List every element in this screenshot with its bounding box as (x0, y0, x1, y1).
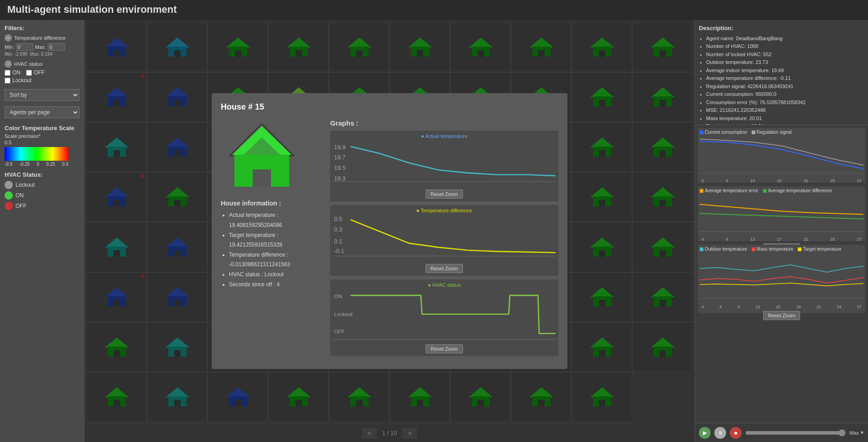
hvac-status-filter-label: HVAC status (14, 61, 42, 67)
description-item: Current consumption: 992000.0 (706, 90, 864, 98)
description-item: MSE: 2116241.220352486 (706, 106, 864, 114)
svg-text:0.5: 0.5 (334, 216, 343, 222)
play-button[interactable]: ▶ (699, 427, 711, 439)
lockout-label: Lockout (12, 77, 31, 84)
svg-text:OFF: OFF (334, 329, 345, 334)
svg-text:19.5: 19.5 (334, 165, 346, 172)
modal-title: House # 15 (221, 102, 558, 112)
hvac-chart-svg: ON Lockout OFF (333, 289, 556, 342)
modal: House # 15 (212, 93, 567, 368)
temp-error-legend: Average temperature error Average temper… (700, 188, 863, 193)
description-item: Outdoor temperature: 23.73 (706, 58, 864, 66)
hvac-status-legend-title: HVAC Status: (5, 171, 79, 178)
house-info: House information : Actual temperature :… (221, 200, 321, 289)
modal-chart-hvac-label: ● HVAC status (333, 282, 556, 288)
graphs-title: Graphs : (330, 119, 558, 127)
modal-chart2-reset-btn[interactable]: Reset Zoom (426, 264, 463, 273)
on-status-label: ON (16, 192, 24, 199)
remove-hvac-filter-btn[interactable]: − (5, 60, 12, 68)
svg-text:0.3: 0.3 (334, 226, 343, 233)
consumption-legend: Current consumption Regulation signal (700, 130, 863, 135)
lockout-status-label: Lockout (16, 182, 35, 188)
svg-text:0.1: 0.1 (334, 238, 343, 245)
agents-per-page-dropdown[interactable]: Agents per page (5, 106, 79, 118)
hvac-on-checkbox[interactable] (5, 70, 10, 76)
svg-text:ON: ON (334, 294, 342, 299)
modal-overlay[interactable]: House # 15 (84, 20, 695, 442)
lockout-checkbox[interactable] (5, 78, 10, 84)
x-axis-outdoor: 469121518212427 (700, 305, 863, 309)
description-item: Number of HVAC: 1000 (706, 42, 864, 50)
min-label: Min: (5, 44, 14, 50)
consumption-svg (700, 136, 863, 177)
modal-chart-temp-label: ● Actual temperature (333, 133, 556, 139)
temp-chart-svg: 19.9 19.7 19.5 19.3 (333, 141, 556, 188)
playback-bar: ▶ ⏸ ■ Max ▼ (695, 423, 868, 442)
lockout-circle (5, 181, 13, 189)
off-circle (5, 202, 13, 210)
on-circle (5, 191, 13, 200)
color-scale-labels: -0.5-0.2500.250.5 (5, 162, 68, 167)
svg-text:-0.1: -0.1 (334, 248, 344, 255)
svg-text:19.9: 19.9 (334, 144, 346, 151)
outdoor-chart: Outdoor temperature Mass temperature Tar… (698, 245, 865, 313)
modal-chart3-reset-btn[interactable]: Reset Zoom (426, 344, 463, 353)
modal-house-icon (221, 119, 303, 192)
hvac-on-label: ON (12, 69, 21, 76)
max-label: Max: (35, 44, 46, 50)
sort-by-dropdown[interactable]: Sort by (5, 89, 79, 101)
remove-temp-filter-btn[interactable]: − (5, 34, 12, 42)
outdoor-chart-reset-btn[interactable]: Reset Zoom (763, 311, 800, 320)
speed-label[interactable]: Max ▼ (849, 430, 864, 436)
diff-chart-svg: 0.5 0.3 0.1 -0.1 (333, 215, 556, 262)
x-axis-consumption: 051015202527 (700, 179, 863, 183)
stop-button[interactable]: ■ (730, 427, 742, 439)
outdoor-legend: Outdoor temperature Mass temperature Tar… (700, 247, 863, 252)
description-title: Description: (699, 24, 864, 33)
description-item: Regulation signal: 4226416.063459241 (706, 83, 864, 90)
description-item: Consumption error (%): 76.52857681058342 (706, 99, 864, 106)
scale-precision-value: 0.5 (5, 140, 79, 145)
svg-text:19.7: 19.7 (334, 154, 346, 161)
temp-error-svg (700, 194, 863, 235)
description-item: Agent name: DeadbandBangBang (706, 35, 864, 42)
modal-chart-diff: ● Temperature difference 0.5 0.3 0.1 -0.… (330, 205, 558, 276)
x-axis-temp-error: 481317212527 (700, 237, 863, 242)
svg-text:19.3: 19.3 (334, 175, 346, 182)
modal-chart-diff-label: ● Temperature difference (333, 208, 556, 213)
speed-slider[interactable] (745, 429, 846, 437)
range-labels: Min: -2.095 Max: 0.194 (5, 52, 79, 57)
consumption-chart: Current consumption Regulation signal 05… (698, 128, 865, 183)
description-item: Mass temperature: 20.01 (706, 115, 864, 122)
hvac-off-label: OFF (34, 69, 45, 76)
description-item: Average indoor temperature: 19.69 (706, 67, 864, 74)
color-gradient-bar (5, 147, 68, 161)
description-area: Description: Agent name: DeadbandBangBan… (695, 20, 868, 125)
description-list: Agent name: DeadbandBangBangNumber of HV… (699, 35, 864, 126)
temp-error-chart: Average temperature error Average temper… (698, 186, 865, 241)
charts-area: Current consumption Regulation signal 05… (695, 125, 868, 423)
off-status-label: OFF (16, 203, 26, 209)
hvac-off-checkbox[interactable] (26, 70, 32, 76)
agent-grid-area: < 1 / 10 > House # 15 (84, 20, 695, 442)
min-input[interactable] (16, 43, 33, 51)
modal-chart-temp: ● Actual temperature 19.9 19.7 19.5 19.3 (330, 131, 558, 201)
description-item: Number of locked HVAC: 552 (706, 51, 864, 58)
pause-button[interactable]: ⏸ (714, 427, 726, 439)
modal-chart-hvac: ● HVAC status ON Lockout OFF (330, 279, 558, 356)
temp-diff-filter-label: Temperature difference (14, 35, 66, 41)
app-title: Multi-agent simulation environment (0, 0, 868, 20)
outdoor-svg (700, 253, 863, 303)
sidebar: Filters: − Temperature difference Min: M… (0, 20, 84, 442)
max-input[interactable] (48, 43, 65, 51)
scale-precision-label: Scale precision* (5, 133, 79, 139)
filters-label: Filters: (5, 25, 79, 32)
modal-chart1-reset-btn[interactable]: Reset Zoom (426, 189, 463, 199)
right-panel: Description: Agent name: DeadbandBangBan… (695, 20, 868, 442)
svg-text:Lockout: Lockout (334, 311, 353, 317)
svg-rect-240 (253, 169, 271, 187)
color-scale-title: Color Temperature Scale (5, 125, 79, 132)
description-item: Average temperature difference: -0.11 (706, 74, 864, 82)
